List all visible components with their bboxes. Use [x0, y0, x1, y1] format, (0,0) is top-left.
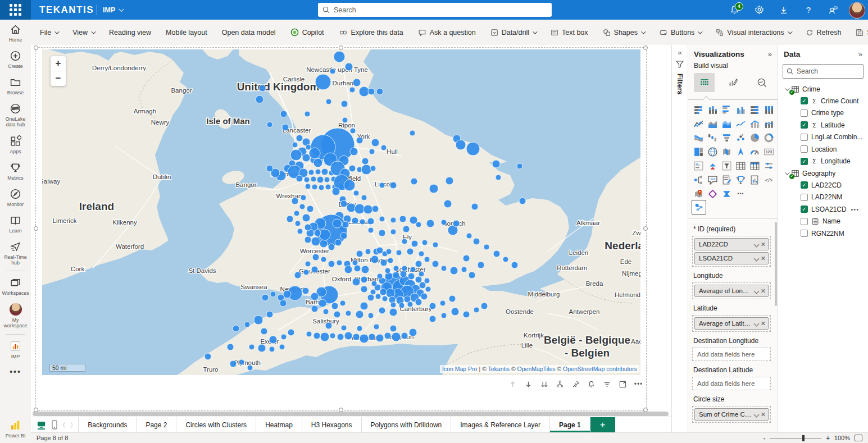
sidebar-item-power-bi[interactable]: Power BI [0, 415, 31, 442]
field-item-lsoa21cd[interactable]: ✓LSOA21CD••• [784, 203, 865, 216]
visual-type-stacked-column[interactable] [706, 103, 720, 117]
remove-field-icon[interactable]: ✕ [761, 320, 766, 327]
bell-icon[interactable]: 4 [729, 5, 739, 15]
page-tab-heatmap[interactable]: Heatmap [256, 417, 302, 432]
gear-icon[interactable] [754, 5, 764, 15]
analytics-tab[interactable] [751, 73, 772, 92]
field-item-crime-count[interactable]: ✓ΣCrime Count [784, 95, 865, 107]
sidebar-item-metrics[interactable]: Metrics [0, 158, 31, 184]
visual-type-stacked-area[interactable] [720, 117, 734, 131]
zoom-slider[interactable] [770, 438, 821, 439]
page-tab-polygons-with-drilldown[interactable]: Polygons with Drilldown [362, 417, 452, 432]
sidebar-item-imp[interactable]: IMP [0, 336, 31, 363]
field-pill-lsoa21cd[interactable]: LSOA21CD✕ [694, 252, 769, 264]
visual-type-clustered-column[interactable] [734, 103, 748, 117]
field-pill-lad22cd[interactable]: LAD22CD✕ [694, 238, 769, 250]
chevron-down-icon[interactable] [753, 241, 759, 247]
resize-handle[interactable] [643, 408, 648, 412]
resize-handle[interactable] [34, 226, 38, 231]
menu-item-view[interactable]: View [72, 29, 94, 36]
zoom-in-button[interactable]: + [51, 56, 66, 71]
more-icon[interactable]: ••• [634, 380, 643, 389]
sidebar-item-learn[interactable]: Learn [0, 211, 31, 237]
collapse-data-icon[interactable]: » [858, 50, 862, 58]
menu-item-open-data-model[interactable]: Open data model [222, 29, 276, 36]
visual-type-line-combo[interactable] [762, 117, 776, 131]
visual-type-gauge[interactable] [748, 145, 762, 159]
visual-type-power-apps[interactable] [706, 187, 720, 201]
visual-type-arcgis-map[interactable] [692, 187, 706, 201]
menu-item-save[interactable]: Save [856, 29, 868, 36]
fit-to-page-icon[interactable] [855, 435, 862, 441]
mobile-view-icon[interactable] [52, 420, 57, 430]
new-page-button[interactable]: + [590, 417, 615, 432]
collapse-visualizations-icon[interactable]: » [768, 50, 772, 58]
sidebar-item-real-time-hub[interactable]: Real-Time hub [0, 237, 31, 269]
menu-item-visual-interactions[interactable]: Visual interactions [716, 29, 790, 36]
focus-icon[interactable] [618, 380, 628, 389]
arrow-up-icon[interactable] [508, 380, 517, 389]
visual-type-100-stacked-bar[interactable] [748, 103, 762, 117]
resize-handle[interactable] [339, 408, 343, 412]
next-page-icon[interactable]: 〉 [71, 421, 73, 428]
app-launcher-icon[interactable] [0, 0, 31, 20]
sidebar-item-my-workspace[interactable]: My workspace [0, 299, 31, 332]
field-checkbox[interactable] [801, 109, 808, 117]
double-arrow-down-icon[interactable] [539, 380, 549, 389]
visual-type-script-visual[interactable]: </> [762, 173, 776, 187]
menu-item-file[interactable]: File [40, 29, 58, 36]
pin-icon[interactable] [571, 380, 580, 389]
filters-label[interactable]: Filters [676, 74, 684, 95]
sidebar-item-monitor[interactable]: Monitor [0, 184, 31, 211]
page-tab-images-reference-layer[interactable]: Images & Reference Layer [451, 417, 550, 432]
visual-type-scatter[interactable] [734, 131, 748, 145]
help-icon[interactable]: ? [803, 5, 814, 15]
field-item-lnglat-combin-[interactable]: LngLat Combin... [784, 131, 865, 144]
page-tab-backgrounds[interactable]: Backgrounds [79, 417, 137, 432]
visual-type-matrix[interactable] [748, 159, 762, 173]
table-node-crime[interactable]: ✓ Crime [784, 83, 865, 95]
visual-type-treemap[interactable] [692, 145, 706, 159]
zoom-in-plus[interactable]: + [826, 435, 829, 441]
visual-type-table[interactable] [734, 159, 748, 173]
chevron-down-icon[interactable] [785, 170, 789, 175]
visual-type-donut[interactable] [762, 131, 776, 145]
format-visual-tab[interactable] [722, 73, 743, 92]
visual-type-azure-map[interactable] [734, 145, 748, 159]
remove-field-icon[interactable]: ✕ [761, 241, 766, 248]
menu-item-shapes[interactable]: Shapes [603, 29, 644, 36]
table-node-geography[interactable]: ✓ Geography [784, 167, 865, 179]
zoom-slider-thumb[interactable] [802, 435, 805, 441]
visual-type-clustered-bar[interactable] [720, 103, 734, 117]
visual-type-funnel[interactable] [720, 131, 734, 145]
chevron-down-icon[interactable] [753, 255, 759, 261]
remove-field-icon[interactable]: ✕ [761, 411, 766, 418]
filter-lines-icon[interactable] [602, 380, 612, 389]
visual-type-map[interactable] [706, 145, 720, 159]
sidebar-item-workspaces[interactable]: Workspaces [0, 273, 31, 299]
field-item-crime-type[interactable]: Crime type [784, 107, 865, 120]
visual-type-line-alt[interactable] [734, 117, 748, 131]
visual-type-power-automate[interactable] [720, 187, 734, 201]
visual-type-card[interactable]: 123 [762, 145, 776, 159]
field-pill-average-of-longitude[interactable]: Average of Longitude✕ [694, 285, 769, 297]
well-dropzone[interactable]: Sum of Crime Count✕ [692, 406, 771, 423]
field-checkbox[interactable] [801, 134, 808, 141]
visual-type-icon-map-pro[interactable] [692, 200, 706, 214]
remove-field-icon[interactable]: ✕ [761, 287, 766, 295]
field-checkbox[interactable]: ✓ [801, 181, 808, 189]
visual-type-100-stacked-column[interactable] [762, 103, 776, 117]
avatar[interactable] [849, 2, 865, 19]
build-visual-tab[interactable] [694, 73, 715, 92]
menu-item-refresh[interactable]: Refresh [806, 29, 842, 36]
sidebar-item-browse[interactable]: Browse [0, 72, 31, 99]
remove-field-icon[interactable]: ✕ [761, 255, 766, 262]
sidebar-item-onelake-data-hub[interactable]: OneLake data hub [0, 99, 31, 131]
field-item-lad22nm[interactable]: LAD22NM [784, 191, 865, 204]
field-item-latitude[interactable]: ✓ΣLatitude [784, 119, 865, 131]
resize-handle[interactable] [34, 45, 38, 50]
visual-type-more-visuals[interactable]: ••• [734, 187, 748, 201]
page-tab-h3-hexagons[interactable]: H3 Hexagons [302, 417, 362, 432]
menu-item-mobile-layout[interactable]: Mobile layout [166, 29, 207, 36]
alert-icon[interactable] [587, 380, 596, 389]
